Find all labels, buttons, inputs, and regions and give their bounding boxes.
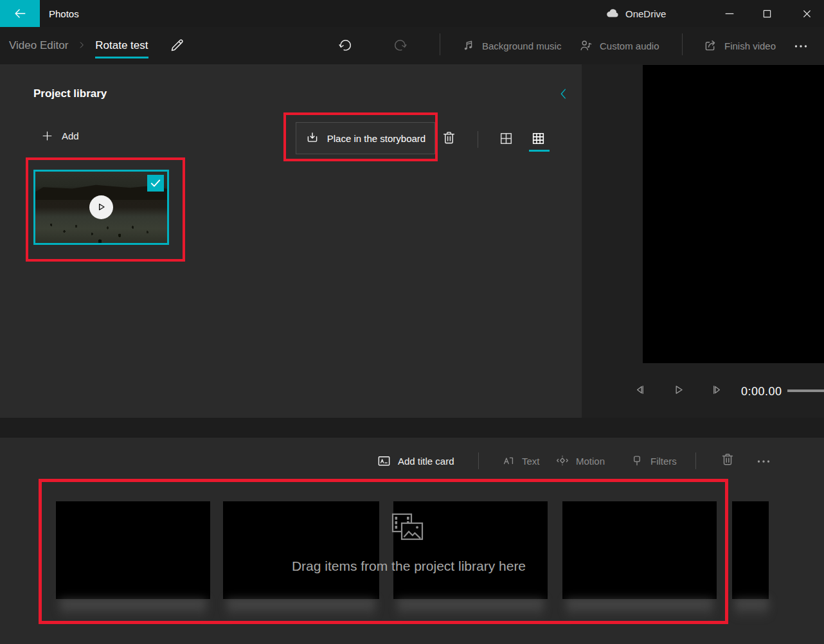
preview-pane: 0:00.00	[582, 64, 824, 418]
finish-video-button[interactable]: Finish video	[703, 27, 776, 64]
ellipsis-icon	[756, 454, 771, 469]
media-placeholder-icon	[388, 512, 429, 550]
library-delete-button[interactable]	[441, 130, 457, 146]
rename-project-button[interactable]	[169, 38, 184, 53]
clip-play-overlay[interactable]	[89, 195, 113, 219]
trash-icon	[720, 452, 735, 467]
chevron-left-icon	[557, 85, 571, 102]
title-bar: Photos OneDrive	[0, 0, 824, 27]
place-in-storyboard-label: Place in the storyboard	[327, 133, 425, 144]
storyboard-slot[interactable]	[732, 501, 769, 599]
undo-icon	[338, 39, 353, 53]
breadcrumb-video-editor[interactable]: Video Editor	[9, 39, 68, 52]
previous-frame-icon	[633, 383, 647, 397]
selected-view-underline	[529, 150, 550, 152]
close-icon	[801, 8, 813, 20]
title-card-icon	[377, 454, 391, 469]
slot-shadow	[60, 599, 206, 618]
place-in-storyboard-icon	[305, 131, 319, 145]
text-label: Text	[522, 456, 540, 467]
playback-time: 0:00.00	[741, 385, 782, 398]
breadcrumb-project-name: Rotate test	[95, 39, 148, 58]
redo-button[interactable]	[393, 39, 408, 53]
add-title-card-label: Add title card	[398, 456, 454, 467]
storyboard-slot[interactable]	[56, 501, 210, 599]
storyboard-delete-button[interactable]	[720, 452, 735, 467]
slot-shadow	[397, 599, 544, 618]
text-tool-icon	[501, 454, 515, 468]
clip-selected-checkbox[interactable]	[147, 175, 164, 192]
motion-button[interactable]: Motion	[555, 450, 605, 472]
onedrive-cloud-icon	[605, 6, 620, 21]
filters-icon	[630, 454, 644, 468]
pencil-icon	[169, 38, 184, 53]
add-title-card-button[interactable]: Add title card	[377, 450, 454, 472]
main-area: Project library Add Plac	[0, 64, 824, 418]
custom-audio-button[interactable]: Custom audio	[579, 27, 659, 64]
motion-label: Motion	[576, 456, 605, 467]
redo-icon	[393, 39, 408, 53]
collapse-panel-button[interactable]	[557, 85, 571, 102]
onedrive-label: OneDrive	[625, 8, 666, 19]
background-music-button[interactable]: Background music	[461, 27, 561, 64]
maximize-button[interactable]	[752, 0, 782, 27]
background-music-label: Background music	[482, 40, 561, 51]
music-note-icon	[461, 39, 476, 53]
section-divider-band	[0, 418, 824, 438]
previous-frame-button[interactable]	[633, 383, 647, 397]
back-button[interactable]	[0, 0, 40, 27]
checkmark-icon	[149, 177, 162, 190]
slot-shadow	[227, 599, 375, 618]
project-library-panel: Project library Add Plac	[0, 64, 582, 418]
finish-video-label: Finish video	[724, 40, 776, 51]
play-icon	[94, 201, 107, 213]
motion-icon	[555, 454, 569, 468]
add-label: Add	[62, 130, 79, 141]
export-share-icon	[703, 39, 718, 53]
storyboard-toolbar-divider	[695, 452, 696, 469]
seek-slider[interactable]	[787, 389, 824, 392]
video-preview-screen[interactable]	[643, 65, 824, 363]
library-clip-thumbnail[interactable]	[33, 170, 169, 245]
next-frame-button[interactable]	[710, 383, 724, 397]
place-in-storyboard-button[interactable]: Place in the storyboard	[296, 122, 435, 154]
text-button[interactable]: Text	[501, 450, 540, 472]
person-audio-icon	[579, 39, 593, 53]
toolbar-divider	[682, 33, 683, 55]
play-icon	[672, 383, 685, 397]
storyboard-slot[interactable]	[562, 501, 717, 599]
minimize-button[interactable]	[715, 0, 744, 27]
app-title: Photos	[49, 0, 79, 27]
storyboard-more-button[interactable]	[756, 454, 771, 469]
undo-button[interactable]	[338, 39, 353, 53]
filters-label: Filters	[650, 456, 677, 467]
small-grid-view-button[interactable]	[530, 130, 546, 147]
project-library-title: Project library	[33, 87, 107, 100]
slot-shadow	[566, 599, 713, 618]
storyboard-empty-hint: Drag items from the project library here	[255, 559, 563, 574]
trash-icon	[441, 130, 457, 146]
custom-audio-label: Custom audio	[600, 40, 659, 51]
grid-3x3-icon	[530, 130, 546, 147]
breadcrumb-chevron-icon	[77, 40, 86, 49]
minimize-icon	[723, 7, 736, 20]
storyboard-slot[interactable]	[223, 501, 379, 599]
plus-icon	[41, 130, 53, 142]
ellipsis-icon	[793, 39, 809, 54]
large-grid-view-button[interactable]	[498, 130, 514, 147]
add-media-button[interactable]: Add	[41, 130, 79, 142]
more-options-button[interactable]	[793, 39, 809, 54]
onedrive-status[interactable]: OneDrive	[605, 0, 666, 27]
breadcrumb: Video Editor Rotate test	[9, 27, 148, 64]
command-toolbar: Video Editor Rotate test	[0, 27, 824, 64]
slot-shadow	[735, 599, 769, 618]
storyboard-section: Add title card Text Motion	[0, 438, 824, 644]
storyboard-toolbar-divider	[478, 452, 479, 469]
back-arrow-icon	[13, 6, 27, 21]
library-toolbar-divider	[478, 131, 478, 148]
play-button[interactable]	[672, 383, 685, 397]
filters-button[interactable]: Filters	[630, 450, 677, 472]
next-frame-icon	[710, 383, 724, 397]
photos-video-editor-window: Photos OneDrive Video	[0, 0, 824, 644]
close-button[interactable]	[789, 0, 824, 27]
